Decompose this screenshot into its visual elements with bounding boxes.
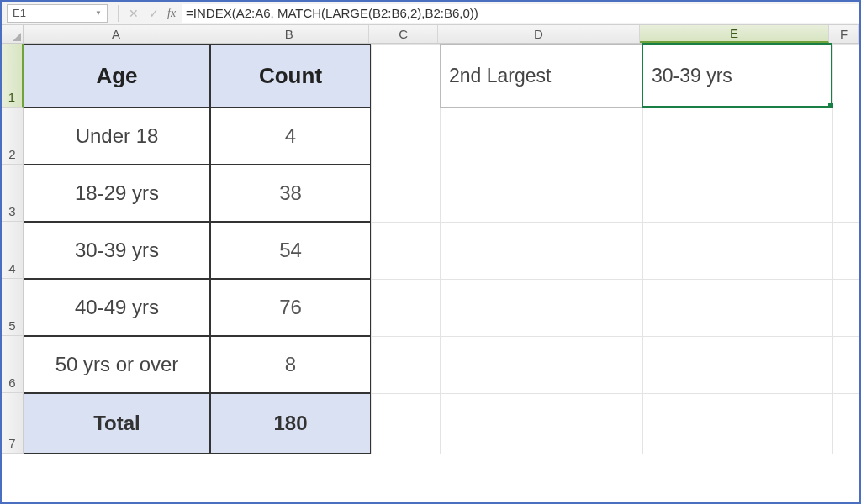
divider: [118, 5, 119, 22]
column-header-f[interactable]: F: [829, 25, 859, 43]
column-header-a[interactable]: A: [24, 25, 209, 43]
cell-a2-age[interactable]: Under 18: [24, 108, 210, 165]
cells-area[interactable]: AgeCountUnder 18418-29 yrs3830-39 yrs544…: [24, 44, 859, 454]
cell-b5-count[interactable]: 76: [210, 279, 371, 336]
row-header-1[interactable]: 1: [2, 44, 24, 108]
accept-formula-icon[interactable]: ✓: [144, 4, 164, 23]
cancel-formula-icon[interactable]: ✕: [124, 4, 144, 23]
cell-b4-count[interactable]: 54: [210, 222, 371, 279]
cell-a7-total-label[interactable]: Total: [24, 393, 210, 454]
row-header-6[interactable]: 6: [2, 336, 24, 393]
spreadsheet-grid: ABCDEF 1234567 AgeCountUnder 18418-29 yr…: [2, 25, 859, 454]
cell-b6-count[interactable]: 8: [210, 336, 371, 393]
cell-d1-label[interactable]: 2nd Largest: [440, 44, 642, 108]
cell-a5-age[interactable]: 40-49 yrs: [24, 279, 210, 336]
name-box-dropdown-icon[interactable]: ▼: [95, 9, 102, 17]
row-header-4[interactable]: 4: [2, 222, 24, 279]
formula-text: =INDEX(A2:A6, MATCH(LARGE(B2:B6,2),B2:B6…: [186, 6, 478, 20]
name-box-value: E1: [13, 7, 26, 19]
formula-input[interactable]: =INDEX(A2:A6, MATCH(LARGE(B2:B6,2),B2:B6…: [182, 4, 859, 23]
fx-icon[interactable]: fx: [167, 7, 176, 20]
cell-e1-result[interactable]: 30-39 yrs: [642, 44, 832, 108]
row-header-7[interactable]: 7: [2, 393, 24, 454]
column-header-e[interactable]: E: [640, 25, 829, 43]
cell-b1-header-count[interactable]: Count: [210, 44, 371, 108]
column-headers: ABCDEF: [2, 25, 859, 44]
row-header-3[interactable]: 3: [2, 165, 24, 222]
cell-a3-age[interactable]: 18-29 yrs: [24, 165, 210, 222]
cell-b2-count[interactable]: 4: [210, 108, 371, 165]
column-header-d[interactable]: D: [438, 25, 640, 43]
column-header-c[interactable]: C: [369, 25, 438, 43]
cell-a1-header-age[interactable]: Age: [24, 44, 210, 108]
cell-a4-age[interactable]: 30-39 yrs: [24, 222, 210, 279]
column-header-b[interactable]: B: [209, 25, 369, 43]
row-headers: 1234567: [2, 44, 24, 454]
name-box[interactable]: E1 ▼: [7, 4, 108, 23]
row-header-2[interactable]: 2: [2, 108, 24, 165]
cell-b3-count[interactable]: 38: [210, 165, 371, 222]
formula-bar: E1 ▼ ✕ ✓ fx =INDEX(A2:A6, MATCH(LARGE(B2…: [2, 2, 859, 25]
cell-a6-age[interactable]: 50 yrs or over: [24, 336, 210, 393]
select-all-corner[interactable]: [2, 25, 24, 43]
row-header-5[interactable]: 5: [2, 279, 24, 336]
cell-b7-total-value[interactable]: 180: [210, 393, 371, 454]
